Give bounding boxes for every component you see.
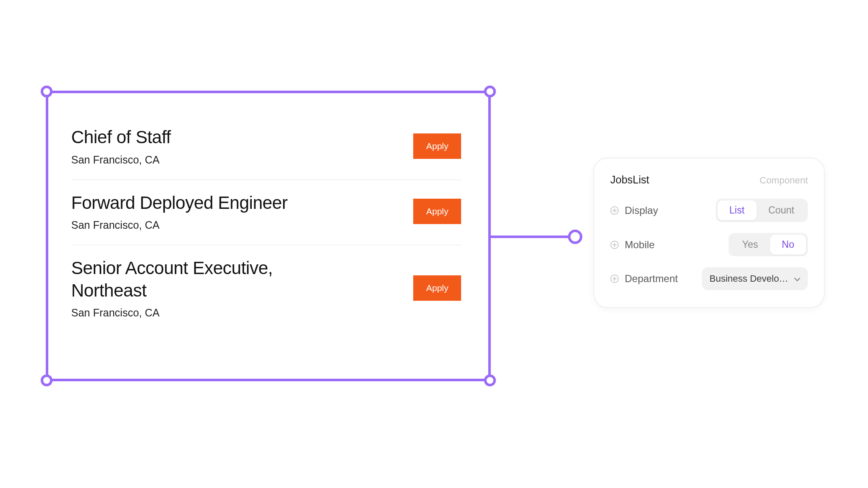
job-location: San Francisco, CA	[71, 307, 342, 319]
segment-mobile-yes[interactable]: Yes	[730, 235, 770, 255]
segment-display-count[interactable]: Count	[757, 200, 806, 220]
prop-row-department: Department Business Develo…	[610, 267, 808, 290]
apply-button[interactable]: Apply	[413, 133, 461, 159]
resize-handle-bottom-right[interactable]	[484, 374, 496, 386]
segment-display-list[interactable]: List	[718, 200, 757, 220]
job-title: Chief of Staff	[71, 126, 171, 149]
resize-handle-bottom-left[interactable]	[41, 374, 53, 386]
job-title: Forward Deployed Engineer	[71, 192, 287, 214]
dropdown-department-value: Business Develo…	[709, 273, 789, 284]
prop-label-mobile: Mobile	[625, 239, 655, 251]
plus-circle-icon[interactable]	[610, 241, 619, 249]
canvas-selection-frame[interactable]: Chief of Staff San Francisco, CA Apply F…	[46, 91, 491, 381]
job-row: Forward Deployed Engineer San Francisco,…	[71, 180, 461, 246]
selection-connector-line	[491, 236, 576, 238]
apply-button[interactable]: Apply	[413, 199, 461, 224]
job-row: Chief of Staff San Francisco, CA Apply	[71, 114, 461, 180]
chevron-down-icon	[794, 276, 800, 282]
inspector-subtitle: Component	[760, 175, 808, 186]
resize-handle-top-right[interactable]	[484, 86, 496, 97]
prop-label-department: Department	[625, 273, 678, 285]
prop-row-display: Display List Count	[610, 199, 808, 222]
jobs-list: Chief of Staff San Francisco, CA Apply F…	[48, 93, 488, 349]
resize-handle-top-left[interactable]	[41, 86, 53, 97]
selection-connector-handle[interactable]	[568, 230, 582, 244]
prop-label-display: Display	[625, 205, 658, 216]
dropdown-department[interactable]: Business Develo…	[702, 267, 808, 290]
plus-circle-icon[interactable]	[610, 206, 619, 215]
prop-row-mobile: Mobile Yes No	[610, 233, 808, 256]
inspector-panel: JobsList Component Display List Count Mo…	[593, 158, 825, 308]
job-location: San Francisco, CA	[71, 219, 287, 231]
segmented-control-mobile: Yes No	[729, 233, 808, 256]
job-title: Senior Account Executive, Northeast	[71, 257, 342, 302]
apply-button[interactable]: Apply	[413, 275, 461, 301]
job-location: San Francisco, CA	[71, 154, 171, 166]
job-row: Senior Account Executive, Northeast San …	[71, 245, 461, 333]
plus-circle-icon[interactable]	[610, 274, 619, 283]
inspector-title: JobsList	[610, 174, 649, 186]
segmented-control-display: List Count	[716, 199, 808, 222]
segment-mobile-no[interactable]: No	[770, 235, 806, 255]
